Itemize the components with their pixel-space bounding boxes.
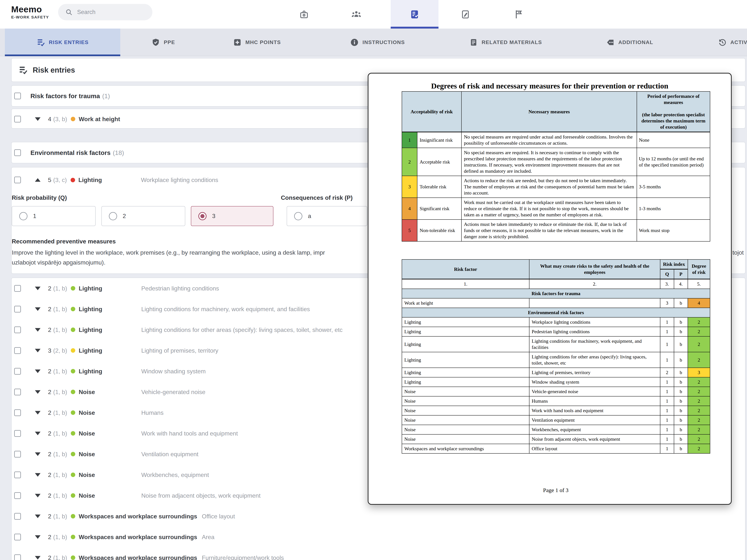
expand-arrow-icon[interactable] bbox=[35, 411, 41, 415]
row-checkbox[interactable] bbox=[14, 285, 21, 292]
info-icon bbox=[350, 38, 359, 47]
factor-cell: Noise bbox=[402, 434, 529, 444]
radio-icon[interactable] bbox=[19, 212, 27, 220]
q-cell: 1 bbox=[660, 396, 674, 406]
group-environmental-count: (18) bbox=[113, 149, 124, 156]
expand-arrow-icon[interactable] bbox=[35, 287, 41, 290]
risk-degree-code: 3 bbox=[48, 347, 51, 354]
tab-instructions[interactable]: INSTRUCTIONS bbox=[350, 29, 405, 56]
expand-arrow-icon[interactable] bbox=[35, 473, 41, 477]
row-checkbox[interactable] bbox=[14, 326, 21, 333]
expand-arrow-icon[interactable] bbox=[35, 328, 41, 331]
risk-entry-row[interactable]: 2(1, b)Workspaces and workplace surround… bbox=[11, 506, 745, 527]
what-cell: Lighting conditions for other areas (spe… bbox=[529, 352, 660, 368]
app-header: Meemo E-WORK SAFETY Search bbox=[0, 0, 747, 29]
tab-label: INSTRUCTIONS bbox=[362, 39, 405, 45]
radio-icon[interactable] bbox=[294, 212, 302, 220]
tab-risk-entries[interactable]: RISK ENTRIES bbox=[5, 29, 120, 56]
row-checkbox[interactable] bbox=[14, 451, 21, 457]
expand-arrow-icon[interactable] bbox=[35, 390, 41, 394]
nav-tasks-button[interactable] bbox=[391, 0, 438, 29]
tab-related-materials[interactable]: RELATED MATERIALS bbox=[469, 29, 542, 56]
degree-name-cell: Non-tolerable risk bbox=[417, 219, 461, 241]
row-checkbox[interactable] bbox=[14, 177, 21, 183]
expand-arrow-icon[interactable] bbox=[35, 556, 41, 559]
t1-header-acceptability: Acceptability of risk bbox=[402, 91, 461, 132]
tab-activity[interactable]: ACTIVITY bbox=[718, 29, 747, 56]
degree-name-cell: Insignificant risk bbox=[417, 132, 461, 148]
status-dot bbox=[71, 514, 75, 518]
risk-entries-icon bbox=[19, 65, 28, 75]
nav-note-button[interactable] bbox=[441, 0, 489, 29]
t2-header-factor: Risk factor bbox=[402, 260, 529, 279]
row-checkbox[interactable] bbox=[14, 116, 21, 123]
degree-level-cell: 2 bbox=[402, 148, 417, 176]
risk-index: (1, b) bbox=[53, 492, 67, 499]
degree-cell: 2 bbox=[688, 425, 710, 434]
factor-cell: Lighting bbox=[402, 377, 529, 387]
row-checkbox[interactable] bbox=[14, 430, 21, 437]
risk-entry-row[interactable]: 2(1, b)Workspaces and workplace surround… bbox=[11, 527, 745, 547]
expand-arrow-icon[interactable] bbox=[35, 535, 41, 539]
collapse-arrow-icon[interactable] bbox=[35, 178, 41, 182]
row-checkbox[interactable] bbox=[14, 534, 21, 540]
risk-probability-option-2[interactable]: 2 bbox=[101, 206, 185, 226]
risk-index: (1, b) bbox=[53, 368, 67, 375]
row-checkbox[interactable] bbox=[14, 492, 21, 499]
q-cell: 3 bbox=[660, 298, 674, 308]
factor-row: NoiseHumans1b2 bbox=[402, 396, 710, 406]
search-icon bbox=[65, 8, 73, 16]
nav-people-button[interactable] bbox=[332, 0, 380, 29]
consequences-option-a[interactable]: a bbox=[287, 206, 367, 226]
risk-index: (1, b) bbox=[53, 451, 67, 457]
row-checkbox[interactable] bbox=[14, 554, 21, 560]
expand-arrow-icon[interactable] bbox=[35, 514, 41, 518]
radio-icon[interactable] bbox=[198, 212, 207, 220]
t2-header-q: Q bbox=[660, 269, 674, 279]
expand-arrow-icon[interactable] bbox=[35, 494, 41, 497]
risk-index: (1, b) bbox=[53, 305, 67, 313]
row-checkbox[interactable] bbox=[14, 472, 21, 478]
expand-arrow-icon[interactable] bbox=[35, 349, 41, 352]
risk-probability-option-3-selected[interactable]: 3 bbox=[191, 206, 274, 226]
row-checkbox[interactable] bbox=[14, 368, 21, 375]
status-dot bbox=[71, 410, 75, 415]
degree-cell: 2 bbox=[688, 387, 710, 396]
row-checkbox[interactable] bbox=[14, 389, 21, 395]
expand-arrow-icon[interactable] bbox=[35, 307, 41, 311]
factor-cell: Lighting bbox=[402, 352, 529, 368]
risk-description: Vehicle-generated noise bbox=[141, 389, 205, 395]
group-environmental-checkbox[interactable] bbox=[14, 149, 21, 156]
numbering-cell: 1. bbox=[402, 279, 529, 289]
row-checkbox[interactable] bbox=[14, 513, 21, 520]
expand-arrow-icon[interactable] bbox=[35, 452, 41, 456]
tab-label: RELATED MATERIALS bbox=[482, 39, 542, 45]
search-input[interactable]: Search bbox=[58, 4, 152, 20]
group-trauma-checkbox[interactable] bbox=[14, 92, 21, 99]
tab-ppe[interactable]: PPE bbox=[151, 29, 175, 56]
nav-flag-button[interactable] bbox=[495, 0, 543, 29]
group-trauma-label: Risk factors for trauma bbox=[30, 92, 100, 100]
search-placeholder: Search bbox=[77, 9, 96, 16]
t1-header-measures: Necessary measures bbox=[461, 91, 637, 132]
risk-probability-option-1[interactable]: 1 bbox=[12, 206, 96, 226]
status-dot bbox=[71, 431, 75, 436]
measures-line2: uzlabojot vispārējo apgaismojumu). bbox=[12, 259, 105, 266]
row-checkbox[interactable] bbox=[14, 306, 21, 313]
row-checkbox[interactable] bbox=[14, 347, 21, 354]
group-trauma-count: (1) bbox=[102, 92, 110, 100]
expand-arrow-icon[interactable] bbox=[35, 117, 41, 121]
radio-icon[interactable] bbox=[109, 212, 117, 220]
degree-period-cell: Up to 12 months (or until the end of the… bbox=[637, 148, 710, 176]
risk-index: (1, b) bbox=[53, 285, 67, 292]
expand-arrow-icon[interactable] bbox=[35, 432, 41, 435]
risk-description: Humans bbox=[141, 409, 163, 416]
status-dot bbox=[71, 178, 75, 182]
risk-entry-row[interactable]: 2(1, b)Workspaces and workplace surround… bbox=[11, 547, 745, 560]
tab-mhc-points[interactable]: MHC POINTS bbox=[233, 29, 281, 56]
row-checkbox[interactable] bbox=[14, 409, 21, 416]
nav-briefcase-button[interactable] bbox=[280, 0, 328, 29]
tab-additional[interactable]: ADDITIONAL bbox=[606, 29, 653, 56]
expand-arrow-icon[interactable] bbox=[35, 369, 41, 373]
q-cell: 1 bbox=[660, 415, 674, 425]
